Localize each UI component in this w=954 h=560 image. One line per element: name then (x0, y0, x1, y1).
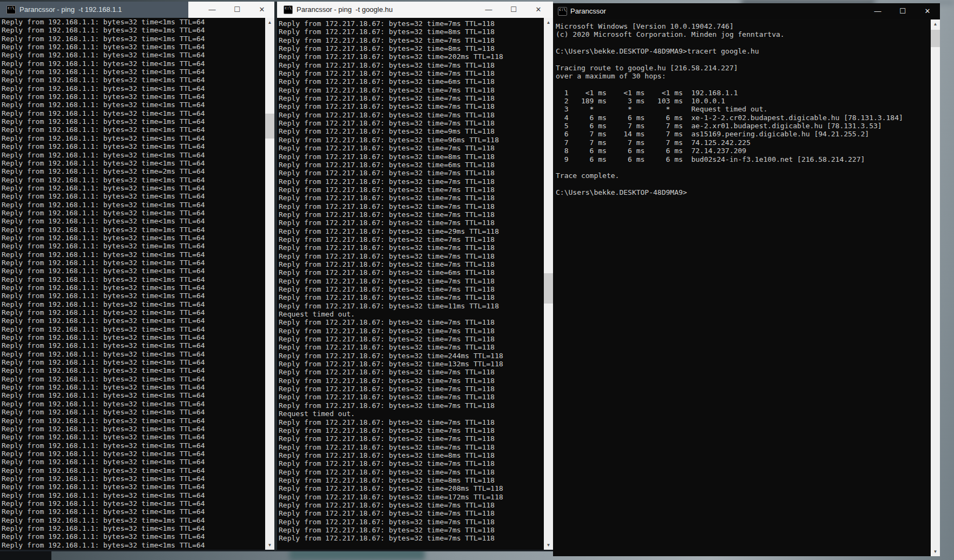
console-line: Reply from 192.168.1.1: bytes=32 time<1m… (2, 60, 265, 68)
titlebar[interactable]: c:\_ Parancssor — ☐ ✕ (553, 3, 940, 19)
console-line: Reply from 172.217.18.67: bytes=32 time=… (279, 293, 543, 301)
console-line: Reply from 192.168.1.1: bytes=32 time<1m… (2, 475, 265, 483)
console-line: Reply from 172.217.18.67: bytes=32 time=… (279, 476, 543, 484)
console-line: Reply from 172.217.18.67: bytes=32 time=… (279, 368, 543, 376)
scrollbar-thumb[interactable] (265, 114, 274, 139)
console-line: Reply from 172.217.18.67: bytes=32 time=… (279, 252, 543, 260)
minimize-button[interactable]: — (476, 2, 501, 18)
console-line: Reply from 172.217.18.67: bytes=32 time=… (279, 144, 543, 152)
console-line: Reply from 172.217.18.67: bytes=32 time=… (279, 393, 543, 401)
console-line (556, 80, 930, 88)
scrollbar-thumb[interactable] (544, 273, 553, 304)
console-line: Reply from 172.217.18.67: bytes=32 time=… (279, 377, 543, 385)
vertical-scrollbar[interactable]: ▲ ▼ (931, 19, 940, 556)
console-line: Reply from 192.168.1.1: bytes=32 time<1m… (2, 159, 265, 167)
console-line: Reply from 172.217.18.67: bytes=32 time=… (279, 459, 543, 467)
console-line: Reply from 192.168.1.1: bytes=32 time=2m… (2, 167, 265, 175)
scroll-up-icon[interactable]: ▲ (544, 18, 553, 27)
console-line: Reply from 192.168.1.1: bytes=32 time<1m… (2, 300, 265, 308)
console-line: 8 6 ms 6 ms 6 ms 72.14.237.209 (556, 147, 930, 155)
scroll-down-icon[interactable]: ▼ (265, 541, 274, 550)
console-line (556, 39, 930, 47)
console-line: Reply from 192.168.1.1: bytes=32 time<1m… (2, 400, 265, 408)
console-line: Reply from 172.217.18.67: bytes=32 time=… (279, 136, 543, 144)
console-line: Reply from 192.168.1.1: bytes=32 time<1m… (2, 532, 265, 541)
console-line: 2 189 ms 3 ms 103 ms 10.0.0.1 (556, 97, 930, 105)
console-line: Reply from 192.168.1.1: bytes=32 time<1m… (2, 209, 265, 217)
console-line: Reply from 172.217.18.67: bytes=32 time=… (279, 385, 543, 393)
console-line: Reply from 172.217.18.67: bytes=32 time=… (279, 243, 543, 252)
console-line: Reply from 192.168.1.1: bytes=32 time<1m… (2, 350, 265, 358)
console-text: Reply from 192.168.1.1: bytes=32 time<1m… (2, 18, 265, 549)
console-line: Reply from 192.168.1.1: bytes=32 time<1m… (2, 483, 265, 491)
scroll-up-icon[interactable]: ▲ (265, 18, 274, 27)
console-line: Reply from 192.168.1.1: bytes=32 time<1m… (2, 151, 265, 159)
console-line: Reply from 192.168.1.1: bytes=32 time<1m… (2, 408, 265, 416)
close-button[interactable]: ✕ (249, 2, 274, 18)
console-line: Reply from 192.168.1.1: bytes=32 time<1m… (2, 35, 265, 43)
console-line: Reply from 172.217.18.67: bytes=32 time=… (279, 219, 543, 227)
console-line: Reply from 172.217.18.67: bytes=32 time=… (279, 194, 543, 202)
console-line: Reply from 192.168.1.1: bytes=32 time<1m… (2, 267, 265, 275)
console-line: Reply from 192.168.1.1: bytes=32 time=1m… (2, 117, 265, 126)
console-line: Reply from 172.217.18.67: bytes=32 time=… (279, 327, 543, 335)
console-line: Reply from 172.217.18.67: bytes=32 time=… (279, 418, 543, 426)
console-line: 1 <1 ms <1 ms <1 ms 192.168.1.1 (556, 89, 930, 97)
console-line: Reply from 192.168.1.1: bytes=32 time<1m… (2, 192, 265, 200)
console-line: C:\Users\bekke.DESKTOP-48D9MA9> (556, 188, 930, 196)
vertical-scrollbar[interactable]: ▲ ▼ (265, 18, 274, 550)
scroll-up-icon[interactable]: ▲ (931, 19, 940, 29)
scrollbar-thumb[interactable] (931, 30, 940, 47)
console-line: 3 * * * Request timed out. (556, 105, 930, 113)
console-line: Reply from 192.168.1.1: bytes=32 time=1m… (2, 242, 265, 250)
console-line: Reply from 172.217.18.67: bytes=32 time=… (279, 360, 543, 368)
vertical-scrollbar[interactable]: ▲ ▼ (544, 18, 553, 550)
console-line: Reply from 172.217.18.67: bytes=32 time=… (279, 102, 543, 110)
console-output: Reply from 172.217.18.67: bytes=32 time=… (277, 18, 553, 550)
console-line: Reply from 172.217.18.67: bytes=32 time=… (279, 526, 543, 534)
console-line: Reply from 192.168.1.1: bytes=32 time<1m… (2, 491, 265, 499)
console-line: 7 7 ms 7 ms 7 ms 74.125.242.225 (556, 139, 930, 147)
console-line: Reply from 192.168.1.1: bytes=32 time<1m… (2, 366, 265, 374)
console-line: Reply from 172.217.18.67: bytes=32 time=… (279, 186, 543, 194)
console-line: Request timed out. (279, 310, 543, 318)
titlebar[interactable]: c:\_ Parancssor - ping -t 192.168.1.1 — … (0, 2, 274, 18)
console-line: (c) 2020 Microsoft Corporation. Minden j… (556, 30, 930, 38)
scroll-down-icon[interactable]: ▼ (931, 547, 940, 556)
console-line: Reply from 172.217.18.67: bytes=32 time=… (279, 518, 543, 526)
console-line: Microsoft Windows [Version 10.0.19042.74… (556, 22, 930, 30)
console-line: Reply from 172.217.18.67: bytes=32 time=… (279, 69, 543, 77)
cmd-icon: c:\_ (558, 7, 567, 16)
console-line: Reply from 172.217.18.67: bytes=32 time=… (279, 127, 543, 135)
console-line: Reply from 172.217.18.67: bytes=32 time=… (279, 235, 543, 243)
console-line: Reply from 192.168.1.1: bytes=32 time<1m… (2, 450, 265, 458)
console-line: Reply from 192.168.1.1: bytes=32 time<1m… (2, 292, 265, 300)
console-line: Reply from 172.217.18.67: bytes=32 time=… (279, 493, 543, 501)
console-line: Reply from 172.217.18.67: bytes=32 time=… (279, 509, 543, 517)
close-button[interactable]: ✕ (526, 2, 551, 18)
scroll-down-icon[interactable]: ▼ (544, 541, 553, 550)
close-button[interactable]: ✕ (915, 3, 940, 19)
console-line: Reply from 172.217.18.67: bytes=32 time=… (279, 177, 543, 186)
console-line: Reply from 172.217.18.67: bytes=32 time=… (279, 61, 543, 69)
window-title: Parancssor (570, 3, 606, 19)
console-line: Reply from 192.168.1.1: bytes=32 time<1m… (2, 51, 265, 59)
maximize-button[interactable]: ☐ (890, 3, 915, 19)
minimize-button[interactable]: — (865, 3, 890, 19)
maximize-button[interactable]: ☐ (225, 2, 249, 18)
console-line: Reply from 172.217.18.67: bytes=32 time=… (279, 153, 543, 161)
console-line (556, 180, 930, 188)
console-line: Reply from 172.217.18.67: bytes=32 time=… (279, 94, 543, 102)
maximize-button[interactable]: ☐ (501, 2, 526, 18)
console-line: Reply from 192.168.1.1: bytes=32 time<1m… (2, 333, 265, 341)
console-line: Reply from 172.217.18.67: bytes=32 time=… (279, 52, 543, 61)
console-line: Reply from 192.168.1.1: bytes=32 time<1m… (2, 101, 265, 109)
console-line: Request timed out. (279, 410, 543, 418)
titlebar[interactable]: c:\_ Parancssor - ping -t google.hu — ☐ … (277, 2, 553, 18)
console-line: over a maximum of 30 hops: (556, 72, 930, 80)
console-line: Reply from 172.217.18.67: bytes=32 time=… (279, 227, 543, 235)
console-line: Reply from 192.168.1.1: bytes=32 time<1m… (2, 341, 265, 350)
console-text: Microsoft Windows [Version 10.0.19042.74… (556, 22, 930, 196)
minimize-button[interactable]: — (200, 2, 225, 18)
console-line: Reply from 172.217.18.67: bytes=32 time=… (279, 352, 543, 360)
